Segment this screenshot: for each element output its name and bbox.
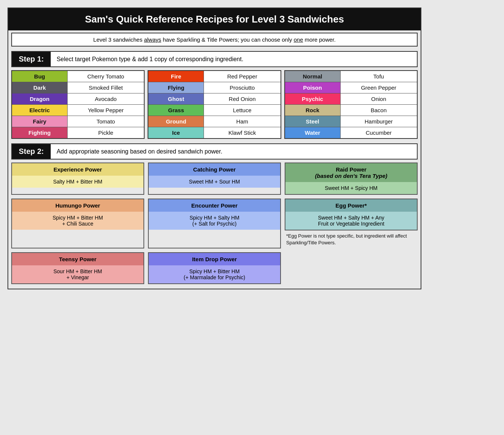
encounter-power-card: Encounter Power Spicy HM + Salty HM (+ S… (148, 199, 281, 248)
type-cell-grass: Grass (148, 105, 204, 116)
type-cell-ground: Ground (148, 116, 204, 127)
type-cell-steel: Steel (285, 116, 340, 127)
types-section: BugCherry TomatoDarkSmoked FilletDragonA… (11, 70, 418, 139)
step1-bar: Step 1: Select target Pokemon type & add… (11, 51, 418, 67)
itemdrop-power-body: Spicy HM + Bitter HM (+ Marmalade for Ps… (149, 265, 280, 283)
ingredient-cell-water: Cucumber (340, 127, 417, 139)
table-row: FightingPickle (12, 127, 144, 139)
table-row: DarkSmoked Fillet (12, 82, 144, 93)
raid-power-body: Sweet HM + Spicy HM (285, 182, 417, 194)
ingredient-cell-grass: Lettuce (204, 105, 281, 116)
mid-type-table: FireRed PepperFlyingProsciuttoGhostRed O… (148, 70, 281, 139)
ingredient-cell-fairy: Tomato (67, 116, 144, 127)
main-container: Sam's Quick Reference Recipes for Level … (8, 8, 421, 289)
step2-label: Step 2: (12, 144, 51, 159)
step2-bar: Step 2: Add appropriate seasoning based … (11, 143, 418, 160)
encounter-power-body: Spicy HM + Salty HM (+ Salt for Psychic) (149, 212, 280, 230)
table-row: FireRed Pepper (148, 71, 281, 82)
itemdrop-power-card: Item Drop Power Spicy HM + Bitter HM (+ … (148, 252, 281, 284)
egg-power-body: Sweet HM + Salty HM + Any Fruit or Veget… (285, 212, 417, 230)
type-cell-normal: Normal (285, 71, 340, 82)
ingredient-cell-dragon: Avocado (67, 93, 144, 105)
encounter-power-title: Encounter Power (149, 199, 280, 212)
ingredient-cell-fighting: Pickle (67, 127, 144, 139)
catching-power-card: Catching Power Sweet HM + Sour HM (148, 163, 281, 195)
type-cell-bug: Bug (12, 71, 67, 82)
ingredient-cell-ghost: Red Onion (204, 93, 281, 105)
teensy-power-body: Sour HM + Bitter HM + Vinegar (12, 265, 143, 283)
experience-power-card: Experience Power Salty HM + Bitter HM (11, 163, 144, 195)
type-cell-poison: Poison (285, 82, 340, 93)
type-cell-flying: Flying (148, 82, 204, 93)
subtitle-bar: Level 3 sandwiches always have Sparkling… (11, 33, 418, 47)
table-row: SteelHamburger (285, 116, 417, 127)
table-row: GroundHam (148, 116, 281, 127)
step2-desc: Add appropriate seasoning based on desir… (51, 144, 417, 159)
egg-power-card: Egg Power* Sweet HM + Salty HM + Any Fru… (285, 199, 418, 230)
ingredient-cell-ice: Klawf Stick (204, 127, 281, 139)
type-cell-ghost: Ghost (148, 93, 204, 105)
ingredient-cell-fire: Red Pepper (204, 71, 281, 82)
table-row: RockBacon (285, 105, 417, 116)
table-row: FairyTomato (12, 116, 144, 127)
experience-power-title: Experience Power (12, 163, 143, 176)
ingredient-cell-bug: Cherry Tomato (67, 71, 144, 82)
humungo-power-title: Humungo Power (12, 199, 143, 212)
type-cell-dragon: Dragon (12, 93, 67, 105)
table-row: PoisonGreen Pepper (285, 82, 417, 93)
raid-power-card: Raid Power (based on den's Tera Type) Sw… (285, 163, 418, 195)
ingredient-cell-electric: Yellow Pepper (67, 105, 144, 116)
powers-section: Experience Power Salty HM + Bitter HM Ca… (11, 163, 418, 284)
table-row: PsychicOnion (285, 93, 417, 105)
ingredient-cell-steel: Hamburger (340, 116, 417, 127)
egg-power-column: Egg Power* Sweet HM + Salty HM + Any Fru… (285, 199, 418, 248)
table-row: ElectricYellow Pepper (12, 105, 144, 116)
catching-power-title: Catching Power (149, 163, 280, 176)
type-cell-fairy: Fairy (12, 116, 67, 127)
step1-label: Step 1: (12, 52, 51, 66)
type-cell-water: Water (285, 127, 340, 139)
table-row: GhostRed Onion (148, 93, 281, 105)
table-row: IceKlawf Stick (148, 127, 281, 139)
humungo-power-card: Humungo Power Spicy HM + Bitter HM + Chi… (11, 199, 144, 248)
egg-power-title: Egg Power* (285, 199, 417, 212)
type-cell-dark: Dark (12, 82, 67, 93)
table-row: GrassLettuce (148, 105, 281, 116)
type-cell-rock: Rock (285, 105, 340, 116)
step1-desc: Select target Pokemon type & add 1 copy … (51, 52, 417, 66)
ingredient-cell-ground: Ham (204, 116, 281, 127)
catching-power-body: Sweet HM + Sour HM (149, 176, 280, 188)
ingredient-cell-flying: Prosciutto (204, 82, 281, 93)
ingredient-cell-rock: Bacon (340, 105, 417, 116)
experience-power-body: Salty HM + Bitter HM (12, 176, 143, 188)
itemdrop-power-title: Item Drop Power (149, 253, 280, 265)
teensy-power-title: Teensy Power (12, 253, 143, 265)
ingredient-cell-psychic: Onion (340, 93, 417, 105)
type-cell-electric: Electric (12, 105, 67, 116)
right-type-table: NormalTofuPoisonGreen PepperPsychicOnion… (284, 70, 418, 139)
page-title: Sam's Quick Reference Recipes for Level … (8, 8, 421, 30)
type-cell-ice: Ice (148, 127, 204, 139)
table-row: NormalTofu (285, 71, 417, 82)
ingredient-cell-normal: Tofu (340, 71, 417, 82)
egg-note: *Egg Power is not type specific, but ing… (285, 230, 418, 248)
humungo-power-body: Spicy HM + Bitter HM + Chili Sauce (12, 212, 143, 230)
raid-power-title: Raid Power (based on den's Tera Type) (285, 163, 417, 182)
type-cell-psychic: Psychic (285, 93, 340, 105)
empty-cell (285, 252, 418, 284)
ingredient-cell-poison: Green Pepper (340, 82, 417, 93)
table-row: WaterCucumber (285, 127, 417, 139)
table-row: BugCherry Tomato (12, 71, 144, 82)
left-type-table: BugCherry TomatoDarkSmoked FilletDragonA… (11, 70, 145, 139)
subtitle-text: Level 3 sandwiches always have Sparkling… (93, 36, 335, 43)
table-row: FlyingProsciutto (148, 82, 281, 93)
type-cell-fire: Fire (148, 71, 204, 82)
ingredient-cell-dark: Smoked Fillet (67, 82, 144, 93)
table-row: DragonAvocado (12, 93, 144, 105)
type-cell-fighting: Fighting (12, 127, 67, 139)
teensy-power-card: Teensy Power Sour HM + Bitter HM + Vineg… (11, 252, 144, 284)
